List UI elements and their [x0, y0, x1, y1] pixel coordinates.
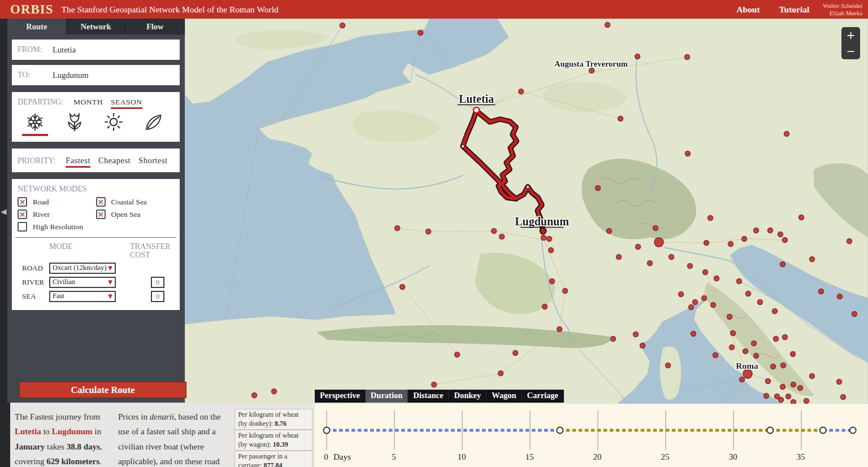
site-marker[interactable] [841, 395, 846, 400]
site-marker[interactable] [786, 394, 791, 399]
site-marker[interactable] [669, 255, 674, 260]
site-marker[interactable] [685, 151, 691, 156]
site-marker[interactable] [708, 216, 713, 221]
site-marker[interactable] [764, 394, 769, 399]
chart-tab-wagon[interactable]: Wagon [487, 390, 522, 403]
major-site-marker[interactable] [654, 238, 663, 247]
site-marker[interactable] [847, 239, 852, 244]
priority-option-fastest[interactable]: Fastest [66, 156, 90, 168]
site-marker[interactable] [740, 377, 745, 382]
site-marker[interactable] [766, 379, 771, 384]
site-marker[interactable] [563, 289, 568, 294]
site-marker[interactable] [549, 248, 554, 253]
site-marker[interactable] [666, 363, 671, 368]
site-marker[interactable] [778, 232, 783, 237]
app-logo[interactable]: ORBIS [10, 2, 54, 17]
site-marker[interactable] [519, 89, 524, 94]
site-marker[interactable] [727, 315, 732, 320]
sea-mode-select[interactable]: Fast ▼ [49, 291, 116, 302]
site-marker[interactable] [771, 364, 776, 369]
site-marker[interactable] [799, 215, 804, 220]
checkbox-road[interactable]: ✕Road [18, 197, 96, 207]
site-marker[interactable] [774, 337, 779, 342]
site-marker[interactable] [557, 327, 562, 332]
site-marker[interactable] [550, 279, 555, 284]
site-marker[interactable] [772, 309, 778, 314]
timeline-waypoint[interactable] [767, 427, 773, 434]
route-start-marker[interactable] [474, 107, 479, 113]
site-marker[interactable] [605, 23, 610, 28]
site-marker[interactable] [819, 289, 824, 294]
season-winter[interactable] [22, 112, 48, 136]
checkbox-high-resolution[interactable]: High Resolution [18, 222, 96, 232]
sidebar-tab-flow[interactable]: Flow [125, 19, 185, 34]
site-marker[interactable] [852, 312, 857, 317]
site-marker[interactable] [728, 242, 734, 247]
site-marker[interactable] [340, 23, 345, 28]
checkbox-river[interactable]: ✕River [18, 210, 96, 219]
site-marker[interactable] [635, 54, 640, 59]
site-marker[interactable] [714, 276, 719, 281]
site-marker[interactable] [653, 226, 658, 231]
site-marker[interactable] [768, 228, 773, 233]
site-marker[interactable] [783, 335, 788, 340]
timeline-waypoint[interactable] [820, 427, 826, 434]
site-marker[interactable] [752, 341, 757, 346]
site-marker[interactable] [791, 382, 796, 387]
major-site-marker[interactable] [743, 369, 752, 378]
sidebar-tab-route[interactable]: Route [7, 19, 67, 34]
site-marker[interactable] [498, 371, 504, 376]
site-marker[interactable] [758, 300, 763, 305]
road-mode-select[interactable]: Oxcart (12km/day) ▼ [49, 263, 116, 274]
site-marker[interactable] [837, 294, 843, 299]
site-marker[interactable] [779, 398, 784, 403]
timeline-waypoint[interactable] [557, 427, 563, 434]
site-marker[interactable] [611, 337, 616, 342]
site-marker[interactable] [679, 292, 684, 297]
site-marker[interactable] [395, 226, 400, 231]
checkbox-coastal-sea[interactable]: ✕Coastal Sea [96, 197, 175, 207]
site-marker[interactable] [780, 385, 785, 390]
site-marker[interactable] [685, 55, 690, 60]
site-marker[interactable] [596, 186, 601, 191]
site-marker[interactable] [810, 374, 815, 379]
site-marker[interactable] [691, 331, 696, 337]
season-summer[interactable] [101, 112, 127, 136]
route-end-marker[interactable] [540, 228, 546, 234]
site-marker[interactable] [513, 351, 518, 356]
site-marker[interactable] [607, 229, 612, 234]
site-marker[interactable] [703, 270, 708, 275]
chart-tab-perspective[interactable]: Perspective [315, 390, 366, 403]
site-marker[interactable] [542, 304, 548, 309]
site-marker[interactable] [492, 229, 497, 234]
chart-tab-duration[interactable]: Duration [366, 390, 408, 403]
site-marker[interactable] [272, 389, 277, 394]
site-marker[interactable] [640, 343, 645, 348]
priority-option-shortest[interactable]: Shortest [138, 156, 168, 168]
site-marker[interactable] [547, 237, 552, 242]
site-marker[interactable] [754, 228, 759, 233]
chart-tab-distance[interactable]: Distance [408, 390, 449, 403]
priority-option-cheapest[interactable]: Cheapest [98, 156, 131, 168]
timeline-waypoint[interactable] [324, 427, 330, 434]
site-marker[interactable] [742, 237, 747, 242]
chart-tab-carriage[interactable]: Carriage [522, 390, 565, 403]
site-marker[interactable] [618, 116, 623, 121]
site-marker[interactable] [837, 379, 842, 385]
site-marker[interactable] [252, 393, 257, 398]
chart-tab-donkey[interactable]: Donkey [449, 390, 487, 403]
site-marker[interactable] [804, 399, 809, 404]
season-autumn[interactable] [140, 112, 166, 136]
site-marker[interactable] [784, 132, 789, 137]
site-marker[interactable] [730, 345, 735, 350]
zoom-in-button[interactable]: + [841, 27, 860, 43]
site-marker[interactable] [783, 238, 788, 243]
calculate-route-button[interactable]: Calculate Route [19, 382, 186, 398]
site-marker[interactable] [500, 234, 505, 239]
site-marker[interactable] [432, 382, 437, 387]
site-marker[interactable] [426, 229, 431, 234]
site-marker[interactable] [798, 386, 803, 391]
site-marker[interactable] [737, 279, 742, 284]
site-marker[interactable] [541, 235, 546, 241]
site-marker[interactable] [810, 257, 815, 262]
